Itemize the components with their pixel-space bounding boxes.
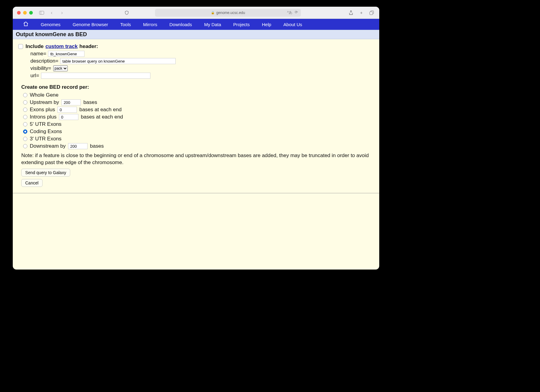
window-controls bbox=[17, 11, 33, 15]
cancel-button[interactable]: Cancel bbox=[21, 179, 43, 187]
bed-option-row: Introns plusbases at each end bbox=[23, 114, 375, 120]
form-content: Include custom track header: name= descr… bbox=[13, 39, 379, 193]
bed-option-radio[interactable] bbox=[23, 100, 27, 105]
bed-option-label: 3' UTR Exons bbox=[30, 136, 61, 142]
create-one-label: Create one BED record per: bbox=[21, 84, 375, 90]
url-label: url= bbox=[30, 73, 39, 79]
bed-option-row: Coding Exons bbox=[23, 129, 375, 135]
bed-option-radio[interactable] bbox=[23, 93, 27, 97]
section-header: Output knownGene as BED bbox=[13, 30, 379, 39]
menubar: Genomes Genome Browser Tools Mirrors Dow… bbox=[13, 19, 379, 30]
bed-option-row: Downstream bybases bbox=[23, 143, 375, 149]
back-button[interactable]: ‹ bbox=[48, 10, 55, 15]
name-input[interactable] bbox=[48, 51, 84, 57]
lock-icon: 🔒 bbox=[211, 11, 215, 14]
include-header-checkbox[interactable] bbox=[18, 44, 23, 49]
svg-rect-0 bbox=[40, 11, 44, 14]
name-label: name= bbox=[30, 51, 46, 57]
custom-track-link[interactable]: custom track bbox=[46, 43, 78, 50]
bed-option-row: 5' UTR Exons bbox=[23, 121, 375, 127]
menu-genomes[interactable]: Genomes bbox=[41, 22, 60, 27]
visibility-label: visibility= bbox=[30, 65, 51, 71]
bed-option-radio[interactable] bbox=[23, 129, 27, 134]
bed-option-radio[interactable] bbox=[23, 144, 27, 148]
menu-tools[interactable]: Tools bbox=[120, 22, 131, 27]
visibility-select[interactable]: pack bbox=[53, 65, 68, 71]
translate-icon[interactable]: ᴬあ bbox=[287, 10, 292, 15]
bed-option-label: Introns plus bbox=[30, 114, 57, 120]
browser-window: ‹ › 🔒 genome.ucsc.edu ᴬあ ⟳ + G bbox=[13, 7, 379, 270]
titlebar: ‹ › 🔒 genome.ucsc.edu ᴬあ ⟳ + bbox=[13, 7, 379, 19]
bed-option-radio[interactable] bbox=[23, 137, 27, 141]
bed-option-suffix: bases at each end bbox=[79, 107, 122, 113]
bed-option-radio[interactable] bbox=[23, 115, 27, 119]
reload-icon[interactable]: ⟳ bbox=[295, 10, 298, 15]
bed-option-label: Whole Gene bbox=[30, 92, 59, 98]
bed-option-label: Coding Exons bbox=[30, 129, 62, 135]
address-bar[interactable]: 🔒 genome.ucsc.edu ᴬあ ⟳ bbox=[155, 9, 301, 17]
empty-area bbox=[13, 193, 379, 260]
close-window-icon[interactable] bbox=[17, 11, 21, 15]
bed-option-label: 5' UTR Exons bbox=[30, 121, 61, 127]
bed-option-value-input[interactable] bbox=[61, 99, 81, 105]
sidebar-toggle-icon[interactable] bbox=[38, 9, 45, 16]
bed-option-suffix: bases bbox=[83, 99, 97, 105]
new-tab-icon[interactable]: + bbox=[358, 9, 365, 16]
menu-genome-browser[interactable]: Genome Browser bbox=[73, 22, 108, 27]
bed-option-suffix: bases at each end bbox=[81, 114, 123, 120]
home-icon[interactable] bbox=[23, 21, 29, 28]
include-label-prefix: Include bbox=[26, 43, 44, 50]
menu-mirrors[interactable]: Mirrors bbox=[143, 22, 157, 27]
bed-option-label: Downstream by bbox=[30, 143, 66, 149]
maximize-window-icon[interactable] bbox=[29, 11, 33, 15]
bed-option-radio[interactable] bbox=[23, 122, 27, 126]
bed-option-radio[interactable] bbox=[23, 108, 27, 112]
bed-option-value-input[interactable] bbox=[59, 114, 78, 120]
bed-option-row: Exons plusbases at each end bbox=[23, 107, 375, 113]
description-input[interactable] bbox=[60, 58, 176, 64]
bed-option-row: Upstream bybases bbox=[23, 99, 375, 105]
bed-option-value-input[interactable] bbox=[68, 143, 88, 149]
menu-my-data[interactable]: My Data bbox=[204, 22, 221, 27]
menu-downloads[interactable]: Downloads bbox=[169, 22, 192, 27]
svg-rect-3 bbox=[370, 12, 373, 15]
menu-projects[interactable]: Projects bbox=[233, 22, 250, 27]
bed-option-suffix: bases bbox=[90, 143, 104, 149]
menu-help[interactable]: Help bbox=[262, 22, 271, 27]
bed-option-value-input[interactable] bbox=[57, 107, 77, 113]
menu-about-us[interactable]: About Us bbox=[284, 22, 302, 27]
bed-option-label: Upstream by bbox=[30, 99, 59, 105]
send-query-button[interactable]: Send query to Galaxy bbox=[21, 169, 70, 177]
bed-option-row: Whole Gene bbox=[23, 92, 375, 98]
tabs-overview-icon[interactable] bbox=[368, 9, 375, 16]
include-label-suffix: header: bbox=[79, 43, 98, 50]
address-text: genome.ucsc.edu bbox=[216, 11, 245, 15]
bed-option-row: 3' UTR Exons bbox=[23, 136, 375, 142]
forward-button[interactable]: › bbox=[58, 10, 66, 15]
url-input[interactable] bbox=[41, 73, 150, 79]
share-icon[interactable] bbox=[348, 9, 354, 16]
note-text: Note: if a feature is close to the begin… bbox=[21, 152, 375, 166]
privacy-shield-icon[interactable] bbox=[123, 9, 130, 16]
description-label: description= bbox=[30, 58, 58, 64]
minimize-window-icon[interactable] bbox=[23, 11, 27, 15]
bed-option-label: Exons plus bbox=[30, 107, 55, 113]
